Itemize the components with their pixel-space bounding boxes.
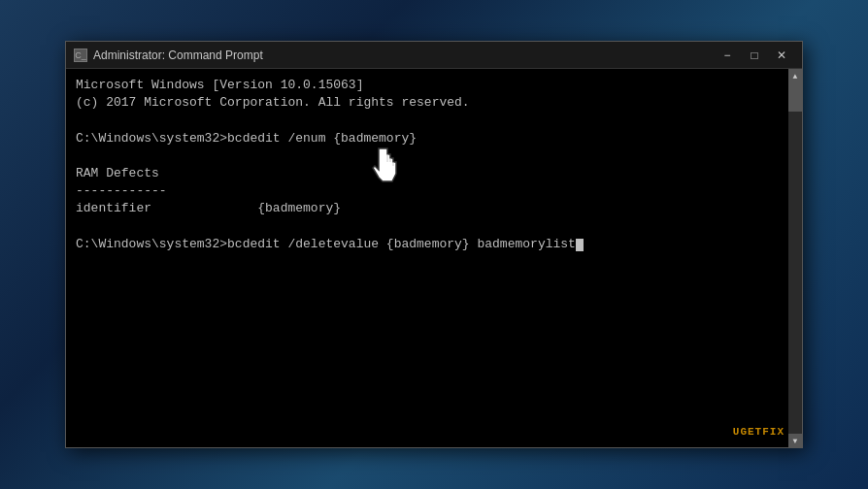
minimize-button[interactable]: − <box>715 46 740 65</box>
line-8: identifier {badmemory} <box>76 201 341 215</box>
scroll-track <box>788 82 802 434</box>
title-bar: C_ Administrator: Command Prompt − □ ✕ <box>66 42 802 69</box>
terminal-body: Microsoft Windows [Version 10.0.15063] (… <box>66 69 802 447</box>
line-6: RAM Defects <box>76 166 159 180</box>
watermark-suffix: FIX <box>762 426 785 438</box>
line-1: Microsoft Windows [Version 10.0.15063] <box>76 78 363 92</box>
watermark: UGETFIX <box>733 426 785 438</box>
line-3 <box>76 113 83 127</box>
line-10: C:\Windows\system32>bcdedit /deletevalue… <box>76 237 584 251</box>
text-cursor <box>576 239 584 251</box>
scroll-down[interactable]: ▼ <box>788 434 802 447</box>
maximize-button[interactable]: □ <box>742 46 767 65</box>
scrollbar[interactable]: ▲ ▼ <box>788 69 802 447</box>
line-4: C:\Windows\system32>bcdedit /enum {badme… <box>76 131 417 146</box>
scroll-up[interactable]: ▲ <box>788 69 802 82</box>
scroll-thumb[interactable] <box>788 82 802 112</box>
watermark-accent: ET <box>748 426 762 438</box>
line-9 <box>76 219 83 234</box>
line-2: (c) 2017 Microsoft Corporation. All righ… <box>76 95 470 110</box>
watermark-prefix: UG <box>733 426 748 438</box>
window-title: Administrator: Command Prompt <box>93 49 715 62</box>
window-icon: C_ <box>74 49 87 62</box>
terminal-output: Microsoft Windows [Version 10.0.15063] (… <box>76 77 792 253</box>
close-button[interactable]: ✕ <box>769 46 794 65</box>
line-7: ------------ <box>76 183 167 198</box>
window-controls: − □ ✕ <box>715 46 794 65</box>
line-5 <box>76 148 83 163</box>
cmd-window: C_ Administrator: Command Prompt − □ ✕ M… <box>65 41 803 448</box>
